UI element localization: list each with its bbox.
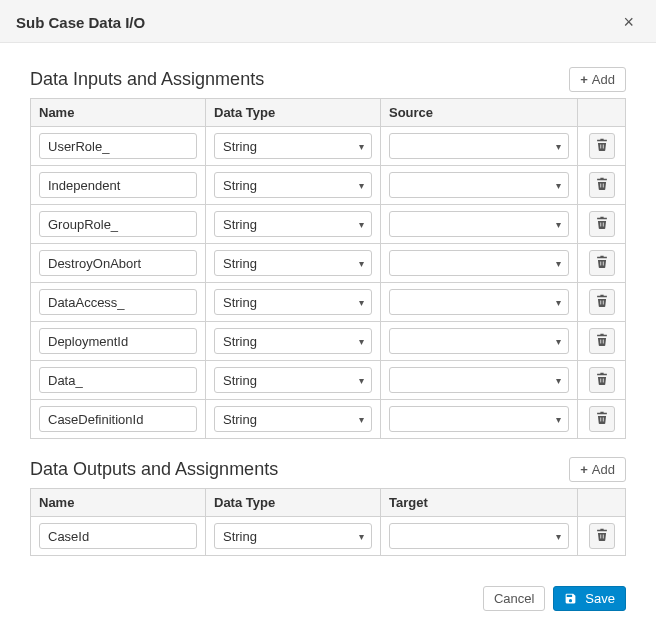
outputs-header-target: Target — [381, 489, 578, 517]
add-input-label: Add — [592, 72, 615, 87]
outputs-title: Data Outputs and Assignments — [30, 459, 278, 480]
inputs-source-select[interactable] — [389, 211, 569, 237]
inputs-name-input[interactable] — [39, 328, 197, 354]
inputs-name-input[interactable] — [39, 133, 197, 159]
inputs-type-select[interactable]: String — [214, 406, 372, 432]
inputs-source-select[interactable] — [389, 172, 569, 198]
save-button[interactable]: Save — [553, 586, 626, 611]
modal-header: Sub Case Data I/O × — [0, 0, 656, 43]
modal-title: Sub Case Data I/O — [16, 14, 145, 31]
inputs-section: Data Inputs and Assignments + Add Name D… — [30, 67, 626, 439]
trash-icon — [596, 411, 608, 427]
inputs-header-type: Data Type — [206, 99, 381, 127]
add-output-button[interactable]: + Add — [569, 457, 626, 482]
add-input-button[interactable]: + Add — [569, 67, 626, 92]
trash-icon — [596, 138, 608, 154]
modal-body: Data Inputs and Assignments + Add Name D… — [0, 43, 656, 572]
delete-row-button[interactable] — [589, 172, 615, 198]
trash-icon — [596, 333, 608, 349]
inputs-type-select[interactable]: String — [214, 250, 372, 276]
table-row: String▾▾ — [31, 517, 626, 556]
inputs-header-name: Name — [31, 99, 206, 127]
inputs-name-input[interactable] — [39, 250, 197, 276]
outputs-section: Data Outputs and Assignments + Add Name … — [30, 457, 626, 556]
outputs-header-type: Data Type — [206, 489, 381, 517]
delete-row-button[interactable] — [589, 211, 615, 237]
table-row: String▾▾ — [31, 166, 626, 205]
delete-row-button[interactable] — [589, 406, 615, 432]
modal-footer: Cancel Save — [0, 572, 656, 628]
inputs-header-source: Source — [381, 99, 578, 127]
inputs-type-select[interactable]: String — [214, 211, 372, 237]
delete-row-button[interactable] — [589, 367, 615, 393]
floppy-icon — [564, 591, 577, 606]
inputs-name-input[interactable] — [39, 289, 197, 315]
add-output-label: Add — [592, 462, 615, 477]
inputs-type-select[interactable]: String — [214, 133, 372, 159]
trash-icon — [596, 216, 608, 232]
save-label: Save — [585, 591, 615, 606]
delete-row-button[interactable] — [589, 133, 615, 159]
trash-icon — [596, 372, 608, 388]
table-row: String▾▾ — [31, 322, 626, 361]
delete-row-button[interactable] — [589, 328, 615, 354]
delete-row-button[interactable] — [589, 289, 615, 315]
trash-icon — [596, 177, 608, 193]
plus-icon: + — [580, 72, 588, 87]
inputs-type-select[interactable]: String — [214, 289, 372, 315]
inputs-name-input[interactable] — [39, 406, 197, 432]
outputs-header-actions — [578, 489, 626, 517]
inputs-source-select[interactable] — [389, 250, 569, 276]
inputs-table: Name Data Type Source String▾▾String▾▾St… — [30, 98, 626, 439]
inputs-type-select[interactable]: String — [214, 328, 372, 354]
outputs-table: Name Data Type Target String▾▾ — [30, 488, 626, 556]
outputs-header-name: Name — [31, 489, 206, 517]
table-row: String▾▾ — [31, 283, 626, 322]
inputs-source-select[interactable] — [389, 328, 569, 354]
delete-row-button[interactable] — [589, 523, 615, 549]
outputs-type-select[interactable]: String — [214, 523, 372, 549]
plus-icon: + — [580, 462, 588, 477]
table-row: String▾▾ — [31, 400, 626, 439]
inputs-name-input[interactable] — [39, 172, 197, 198]
inputs-header-actions — [578, 99, 626, 127]
trash-icon — [596, 294, 608, 310]
outputs-name-input[interactable] — [39, 523, 197, 549]
table-row: String▾▾ — [31, 361, 626, 400]
inputs-source-select[interactable] — [389, 367, 569, 393]
delete-row-button[interactable] — [589, 250, 615, 276]
inputs-title: Data Inputs and Assignments — [30, 69, 264, 90]
trash-icon — [596, 255, 608, 271]
inputs-source-select[interactable] — [389, 406, 569, 432]
table-row: String▾▾ — [31, 127, 626, 166]
inputs-type-select[interactable]: String — [214, 172, 372, 198]
inputs-source-select[interactable] — [389, 133, 569, 159]
cancel-button[interactable]: Cancel — [483, 586, 545, 611]
table-row: String▾▾ — [31, 205, 626, 244]
inputs-source-select[interactable] — [389, 289, 569, 315]
close-icon[interactable]: × — [617, 12, 640, 32]
inputs-name-input[interactable] — [39, 367, 197, 393]
inputs-type-select[interactable]: String — [214, 367, 372, 393]
outputs-target-select[interactable] — [389, 523, 569, 549]
inputs-name-input[interactable] — [39, 211, 197, 237]
trash-icon — [596, 528, 608, 544]
table-row: String▾▾ — [31, 244, 626, 283]
